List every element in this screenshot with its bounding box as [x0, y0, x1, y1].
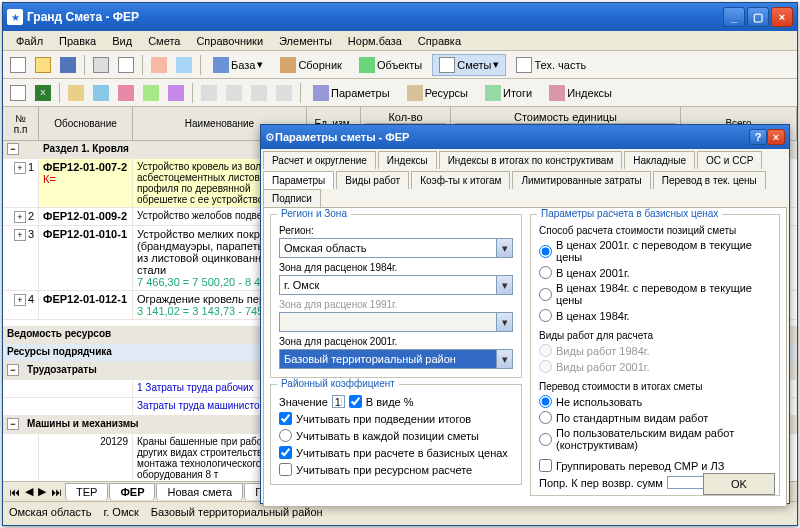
generic-icon[interactable] [173, 54, 195, 76]
generic-icon[interactable] [65, 82, 87, 104]
zone1984-combo[interactable]: г. Омск▾ [279, 275, 513, 295]
dialog-help-button[interactable]: ? [749, 129, 767, 145]
base-button[interactable]: База▾ [206, 54, 270, 76]
collapse-icon[interactable]: − [7, 143, 19, 155]
dialog-title: Параметры сметы - ФЕР [275, 131, 749, 143]
expand-icon[interactable]: + [14, 294, 26, 306]
tab-fer[interactable]: ФЕР [109, 483, 155, 500]
dialog-titlebar: ⚙ Параметры сметы - ФЕР ? × [261, 125, 789, 149]
menu-ref[interactable]: Справочники [189, 33, 270, 48]
collapse-icon[interactable]: − [7, 418, 19, 430]
generic-icon[interactable] [248, 82, 270, 104]
chk-each-pos[interactable] [279, 429, 292, 442]
new-icon[interactable] [7, 54, 29, 76]
tab-signatures[interactable]: Подписи [263, 189, 321, 207]
menu-elements[interactable]: Элементы [272, 33, 339, 48]
group-smr-check[interactable] [539, 459, 552, 472]
collapse-icon[interactable]: − [7, 364, 19, 376]
menu-smeta[interactable]: Смета [141, 33, 187, 48]
col-num[interactable]: № п.п [3, 107, 39, 140]
preview-icon[interactable] [115, 54, 137, 76]
tab-parameters[interactable]: Параметры [263, 171, 334, 189]
tab-new[interactable]: Новая смета [156, 483, 243, 500]
save-icon[interactable] [57, 54, 79, 76]
conv-std[interactable] [539, 411, 552, 424]
dialog-close-button[interactable]: × [767, 129, 785, 145]
collection-button[interactable]: Сборник [273, 54, 349, 76]
menu-view[interactable]: Вид [105, 33, 139, 48]
price-opt-1984-conv[interactable] [539, 288, 552, 301]
excel-icon[interactable]: X [32, 82, 54, 104]
maximize-button[interactable]: ▢ [747, 7, 769, 27]
generic-icon[interactable] [165, 82, 187, 104]
titlebar: ★ Гранд Смета - ФЕР _ ▢ × [3, 3, 797, 31]
price-opt-1984[interactable] [539, 309, 552, 322]
menu-help[interactable]: Справка [411, 33, 468, 48]
parameters-button[interactable]: Параметры [306, 82, 397, 104]
tab-limited[interactable]: Лимитированные затраты [512, 171, 650, 189]
basic-prices-group: Параметры расчета в базисных ценах Спосо… [530, 214, 780, 496]
resources-button[interactable]: Ресурсы [400, 82, 475, 104]
generic-icon[interactable] [115, 82, 137, 104]
menubar: Файл Правка Вид Смета Справочники Элемен… [3, 31, 797, 51]
zone1991-combo[interactable]: ▾ [279, 312, 513, 332]
expand-icon[interactable]: + [14, 229, 26, 241]
toolbar-1: База▾ Сборник Объекты Сметы▾ Тех. часть [3, 51, 797, 79]
close-button[interactable]: × [771, 7, 793, 27]
price-opt-2001-conv[interactable] [539, 245, 552, 258]
tab-work-types[interactable]: Виды работ [336, 171, 409, 189]
tab-nav-next[interactable]: ▶ [36, 485, 48, 498]
tab-ter[interactable]: ТЕР [65, 483, 108, 500]
coefficient-group: Районный коэффициент Значение В виде % У… [270, 384, 522, 485]
tab-indexes-totals[interactable]: Индексы в итогах по конструктивам [439, 151, 623, 169]
ok-button[interactable]: OK [703, 473, 775, 495]
coefficient-input[interactable] [332, 395, 345, 408]
tab-indexes[interactable]: Индексы [378, 151, 437, 169]
tech-part-button[interactable]: Тех. часть [509, 54, 593, 76]
parameters-dialog: ⚙ Параметры сметы - ФЕР ? × Расчет и окр… [260, 124, 790, 504]
print-icon[interactable] [90, 54, 112, 76]
chk-totals[interactable] [279, 412, 292, 425]
tab-nav-first[interactable]: ⏮ [7, 486, 22, 498]
price-opt-2001[interactable] [539, 266, 552, 279]
tab-convert[interactable]: Перевод в тек. цены [653, 171, 766, 189]
region-combo[interactable]: Омская область▾ [279, 238, 513, 258]
expand-icon[interactable]: + [14, 211, 26, 223]
chk-basic-prices[interactable] [279, 446, 292, 459]
menu-edit[interactable]: Правка [52, 33, 103, 48]
objects-button[interactable]: Объекты [352, 54, 429, 76]
zone2001-combo[interactable]: Базовый территориальный район▾ [279, 349, 513, 369]
generic-icon[interactable] [223, 82, 245, 104]
dialog-tabs-row2: Параметры Виды работ Коэф-ты к итогам Ли… [261, 169, 789, 207]
app-icon: ★ [7, 9, 23, 25]
menu-normbase[interactable]: Норм.база [341, 33, 409, 48]
conv-none[interactable] [539, 395, 552, 408]
col-obosn[interactable]: Обоснование [39, 107, 133, 140]
chevron-down-icon: ▾ [496, 239, 512, 257]
indexes-button[interactable]: Индексы [542, 82, 619, 104]
generic-icon[interactable] [90, 82, 112, 104]
generic-icon[interactable] [140, 82, 162, 104]
generic-icon[interactable] [198, 82, 220, 104]
totals-button[interactable]: Итоги [478, 82, 539, 104]
conv-user[interactable] [539, 433, 552, 446]
tab-os-ssr[interactable]: ОС и ССР [697, 151, 762, 169]
tab-coefs[interactable]: Коэф-ты к итогам [411, 171, 510, 189]
chk-resource-calc[interactable] [279, 463, 292, 476]
smety-button[interactable]: Сметы▾ [432, 54, 506, 76]
minimize-button[interactable]: _ [723, 7, 745, 27]
menu-file[interactable]: Файл [9, 33, 50, 48]
tab-nav-last[interactable]: ⏭ [49, 486, 64, 498]
expand-icon[interactable]: + [14, 162, 26, 174]
generic-icon[interactable] [148, 54, 170, 76]
generic-icon[interactable] [7, 82, 29, 104]
tab-overhead[interactable]: Накладные [624, 151, 695, 169]
toolbar-2: X Параметры Ресурсы Итоги Индексы [3, 79, 797, 107]
tab-nav-prev[interactable]: ◀ [23, 485, 35, 498]
status-region: Омская область [9, 506, 92, 518]
as-percent-check[interactable] [349, 395, 362, 408]
generic-icon[interactable] [273, 82, 295, 104]
open-icon[interactable] [32, 54, 54, 76]
status-city: г. Омск [104, 506, 139, 518]
tab-calc[interactable]: Расчет и округление [263, 151, 376, 169]
